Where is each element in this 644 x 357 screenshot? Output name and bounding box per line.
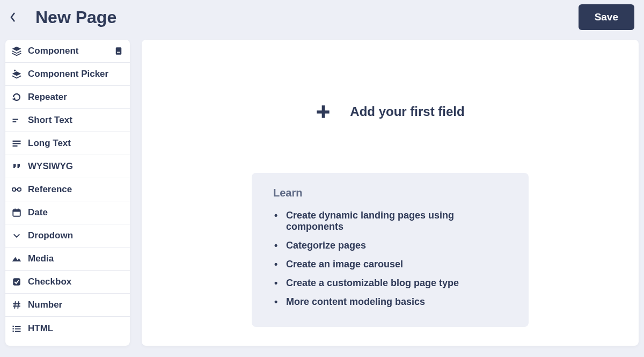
svg-rect-4 xyxy=(13,141,21,142)
repeat-icon xyxy=(11,91,23,103)
svg-rect-15 xyxy=(13,278,20,286)
add-first-field-button[interactable]: Add your first field xyxy=(316,104,464,119)
field-type-label: Repeater xyxy=(28,92,125,103)
svg-rect-21 xyxy=(15,331,21,332)
field-type-label: HTML xyxy=(28,323,125,334)
learn-links: Create dynamic landing pages using compo… xyxy=(273,210,507,308)
short-text-icon xyxy=(11,114,23,126)
field-type-label: Number xyxy=(28,300,125,310)
long-text-icon xyxy=(11,137,23,149)
field-type-label: Component xyxy=(28,46,107,56)
field-type-media[interactable]: Media xyxy=(5,247,130,271)
field-type-label: Checkbox xyxy=(28,276,125,287)
field-type-long-text[interactable]: Long Text xyxy=(5,132,130,155)
save-button[interactable]: Save xyxy=(579,4,634,30)
svg-rect-12 xyxy=(14,209,16,211)
page-title: New Page xyxy=(35,8,116,27)
quote-icon xyxy=(11,161,23,172)
field-type-reference[interactable]: Reference xyxy=(5,178,130,201)
field-types-sidebar: Component Component Picker Repeater Shor… xyxy=(5,40,130,346)
field-type-label: Long Text xyxy=(28,138,125,149)
svg-rect-16 xyxy=(13,325,14,326)
list-icon xyxy=(11,323,23,334)
header: New Page Save xyxy=(0,0,644,40)
svg-rect-9 xyxy=(15,189,18,190)
svg-rect-0 xyxy=(116,47,122,55)
field-type-label: Date xyxy=(28,207,125,218)
header-left: New Page xyxy=(5,8,116,27)
field-type-checkbox[interactable]: Checkbox xyxy=(5,271,130,294)
svg-rect-19 xyxy=(15,328,21,329)
layers-icon xyxy=(11,45,23,57)
learn-link[interactable]: Categorize pages xyxy=(274,240,507,251)
content: Component Component Picker Repeater Shor… xyxy=(0,40,644,346)
field-type-label: Short Text xyxy=(28,115,125,126)
field-type-label: Media xyxy=(28,253,125,264)
field-type-short-text[interactable]: Short Text xyxy=(5,109,130,132)
learn-link[interactable]: Create an image carousel xyxy=(274,259,507,270)
hash-icon xyxy=(11,299,23,311)
chevron-down-icon xyxy=(11,230,23,242)
field-type-wysiwyg[interactable]: WYSIWYG xyxy=(5,155,130,178)
field-type-label: Reference xyxy=(28,184,125,195)
field-type-repeater[interactable]: Repeater xyxy=(5,86,130,109)
svg-rect-3 xyxy=(13,121,17,122)
svg-marker-14 xyxy=(12,257,21,261)
field-type-label: WYSIWYG xyxy=(28,161,125,172)
learn-link[interactable]: Create dynamic landing pages using compo… xyxy=(274,210,507,232)
chevron-left-icon xyxy=(10,12,16,23)
field-type-html[interactable]: HTML xyxy=(5,317,130,340)
field-type-date[interactable]: Date xyxy=(5,201,130,224)
learn-title: Learn xyxy=(273,187,507,199)
plus-icon xyxy=(316,104,331,119)
learn-link[interactable]: More content modeling basics xyxy=(274,296,507,308)
media-icon xyxy=(11,253,23,265)
svg-rect-13 xyxy=(18,209,19,211)
main-panel: Add your first field Learn Create dynami… xyxy=(142,40,639,346)
field-type-dropdown[interactable]: Dropdown xyxy=(5,224,130,247)
calendar-icon xyxy=(11,207,23,218)
field-type-label: Component Picker xyxy=(28,69,125,79)
svg-rect-18 xyxy=(13,328,14,329)
svg-rect-2 xyxy=(13,119,19,120)
field-type-component-picker[interactable]: Component Picker xyxy=(5,63,130,86)
svg-rect-20 xyxy=(13,330,14,331)
svg-rect-1 xyxy=(117,52,120,53)
layers-plus-icon xyxy=(11,68,23,80)
learn-link[interactable]: Create a customizable blog page type xyxy=(274,278,507,289)
svg-rect-11 xyxy=(13,210,20,212)
book-icon xyxy=(113,45,125,57)
link-icon xyxy=(11,184,23,195)
learn-box: Learn Create dynamic landing pages using… xyxy=(252,173,529,327)
svg-rect-6 xyxy=(13,145,18,147)
back-button[interactable] xyxy=(5,10,20,25)
field-type-label: Dropdown xyxy=(28,230,125,241)
add-first-field-label: Add your first field xyxy=(350,104,464,119)
svg-rect-23 xyxy=(317,111,330,114)
checkbox-icon xyxy=(11,276,23,288)
svg-rect-17 xyxy=(15,326,21,327)
field-type-component[interactable]: Component xyxy=(5,40,130,63)
svg-rect-5 xyxy=(13,143,21,144)
field-type-number[interactable]: Number xyxy=(5,294,130,317)
